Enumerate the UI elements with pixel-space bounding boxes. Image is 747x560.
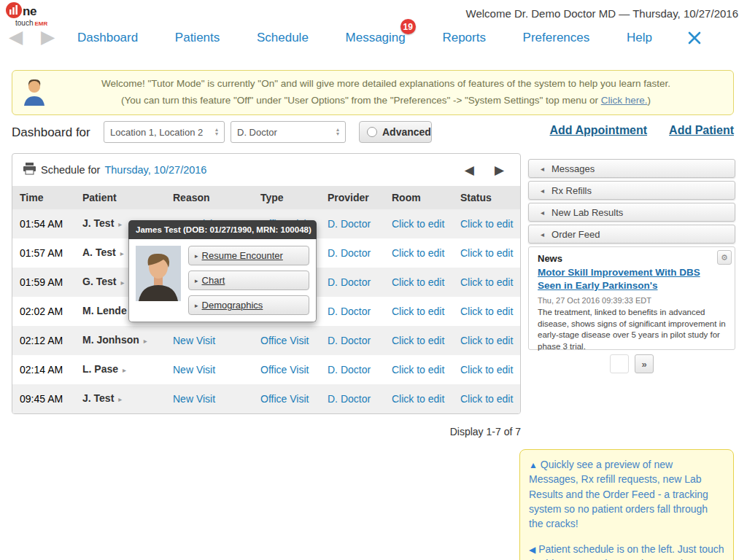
schedule-row: 09:45 AM J. Test▸ New Visit Office Visit…	[12, 384, 521, 413]
panel-messages[interactable]: ◂Messages	[528, 159, 735, 178]
cell-provider-link[interactable]: D. Doctor	[328, 218, 371, 230]
nav-patients[interactable]: Patients	[175, 31, 220, 45]
panel-new-lab-results[interactable]: ◂New Lab Results	[528, 203, 735, 222]
close-icon[interactable]	[686, 30, 703, 49]
nav-help[interactable]: Help	[627, 31, 652, 45]
nav-reports[interactable]: Reports	[442, 31, 486, 45]
cell-type-link[interactable]: Office Visit	[260, 335, 309, 346]
schedule-nav-arrows: ◀ ▶	[465, 163, 510, 178]
location-select[interactable]: Location 1, Location 2 ▴▾	[104, 121, 225, 143]
patient-photo	[136, 246, 181, 315]
cell-time: 02:12 AM	[12, 326, 75, 355]
tip-paragraph-2: ◀ Patient schedule is on the left. Just …	[529, 542, 724, 560]
news-title: News	[538, 253, 726, 264]
expand-icon: ▸	[144, 337, 147, 345]
cell-provider-link[interactable]: D. Doctor	[328, 335, 371, 346]
printer-icon[interactable]	[23, 163, 36, 177]
cell-room-link[interactable]: Click to edit	[392, 247, 444, 259]
tip-text-1: Quickly see a preview of new Messages, R…	[529, 459, 708, 529]
panel-rx-refills[interactable]: ◂Rx Refills	[528, 181, 735, 200]
cell-reason-link[interactable]: New Visit	[173, 393, 215, 405]
select-carets: ▴▾	[336, 128, 339, 136]
news-prev-button[interactable]	[610, 354, 629, 373]
cell-provider-link[interactable]: D. Doctor	[328, 247, 371, 259]
gear-icon: ⚙	[721, 253, 728, 262]
click-here-link[interactable]: Click here.	[601, 95, 648, 106]
cell-provider-link[interactable]: D. Doctor	[328, 306, 371, 317]
prev-day-icon[interactable]: ◀	[465, 163, 474, 178]
cell-room-link[interactable]: Click to edit	[392, 276, 444, 288]
select-carets: ▴▾	[215, 128, 218, 136]
news-next-button[interactable]: »	[635, 354, 654, 373]
add-patient-link[interactable]: Add Patient	[669, 124, 734, 137]
expand-icon: ▸	[195, 277, 198, 284]
app-logo[interactable]: ne touchEMR	[6, 2, 47, 27]
cell-reason-link[interactable]: New Visit	[173, 364, 215, 376]
banner-line2-prefix: (You can turn this feature "Off" under "…	[121, 95, 601, 106]
cell-room-link[interactable]: Click to edit	[392, 364, 444, 376]
cell-room-link[interactable]: Click to edit	[392, 335, 444, 346]
nav-messaging[interactable]: Messaging19	[346, 31, 406, 45]
expand-icon: ▸	[118, 220, 122, 228]
cell-status-link[interactable]: Click to edit	[460, 364, 513, 376]
tutor-avatar-icon	[21, 77, 47, 109]
tip-text-2: Patient schedule is on the left.	[538, 543, 675, 555]
cell-status-link[interactable]: Click to edit	[460, 335, 513, 346]
provider-select[interactable]: D. Doctor ▴▾	[231, 121, 346, 143]
news-headline-link[interactable]: Motor Skill Improvement With DBS Seen in…	[538, 266, 707, 292]
cell-type-link[interactable]: Office Visit	[260, 364, 309, 376]
next-day-icon[interactable]: ▶	[495, 163, 504, 178]
panel-order-feed[interactable]: ◂Order Feed	[528, 225, 735, 244]
cell-provider-link[interactable]: D. Doctor	[328, 276, 371, 288]
cell-reason-link[interactable]: New Visit	[173, 335, 215, 346]
cell-status-link[interactable]: Click to edit	[460, 247, 513, 259]
cell-patient[interactable]: M. Jonhson▸	[75, 326, 166, 355]
schedule-row: 02:12 AM M. Jonhson▸ New Visit Office Vi…	[12, 326, 521, 355]
col-type: Type	[253, 186, 320, 209]
nav-schedule[interactable]: Schedule	[257, 31, 309, 45]
cell-time: 01:59 AM	[12, 268, 75, 297]
cell-type-link[interactable]: Office Visit	[260, 393, 309, 405]
col-room: Room	[384, 186, 453, 209]
cell-status-link[interactable]: Click to edit	[460, 306, 513, 317]
collapse-icon: ◂	[541, 187, 544, 195]
back-arrow-icon[interactable]: ◀	[9, 28, 23, 46]
popup-demographics[interactable]: ▸Demographics	[188, 295, 309, 315]
expand-icon: ▸	[195, 252, 198, 260]
cell-status-link[interactable]: Click to edit	[460, 276, 513, 288]
cell-provider-link[interactable]: D. Doctor	[328, 364, 371, 376]
popup-resume-encounter[interactable]: ▸Resume Encounter	[188, 246, 309, 265]
col-time: Time	[12, 186, 75, 209]
col-status: Status	[453, 186, 521, 209]
news-settings-button[interactable]: ⚙	[717, 250, 732, 265]
collapse-icon: ◂	[541, 209, 544, 217]
news-date: Thu, 27 Oct 2016 09:39:33 EDT	[538, 296, 726, 305]
cell-patient[interactable]: J. Test▸	[75, 384, 166, 413]
popup-item-label: Resume Encounter	[202, 250, 283, 261]
cell-status-link[interactable]: Click to edit	[460, 393, 513, 405]
popup-item-label: Chart	[202, 275, 225, 286]
advanced-toggle[interactable]: Advanced	[359, 121, 432, 143]
popup-chart[interactable]: ▸Chart	[188, 271, 309, 290]
cell-time: 02:14 AM	[12, 355, 75, 384]
forward-arrow-icon[interactable]: ▶	[41, 28, 55, 46]
messaging-badge: 19	[400, 19, 416, 34]
nav-dashboard[interactable]: Dashboard	[77, 31, 138, 45]
banner-line1: Welcome! "Tutor Mode" is currently "On" …	[47, 76, 724, 93]
patient-name: J. Test	[82, 392, 114, 404]
cell-room-link[interactable]: Click to edit	[392, 218, 444, 230]
news-panel: ⚙ News Motor Skill Improvement With DBS …	[528, 246, 735, 350]
nav-preferences[interactable]: Preferences	[523, 31, 590, 45]
banner-line2-suffix: )	[648, 95, 651, 106]
banner-line2: (You can turn this feature "Off" under "…	[47, 93, 724, 109]
cell-room-link[interactable]: Click to edit	[392, 393, 444, 405]
cell-status-link[interactable]: Click to edit	[460, 218, 513, 230]
cell-room-link[interactable]: Click to edit	[392, 306, 444, 317]
add-appointment-link[interactable]: Add Appointment	[550, 124, 648, 137]
schedule-date-link[interactable]: Thursday, 10/27/2016	[104, 164, 206, 176]
cell-patient[interactable]: L. Pase▸	[75, 355, 166, 384]
cell-provider-link[interactable]: D. Doctor	[328, 393, 371, 405]
advanced-checkbox	[367, 127, 377, 137]
provider-select-value: D. Doctor	[237, 127, 277, 138]
cell-time: 09:45 AM	[12, 384, 75, 413]
